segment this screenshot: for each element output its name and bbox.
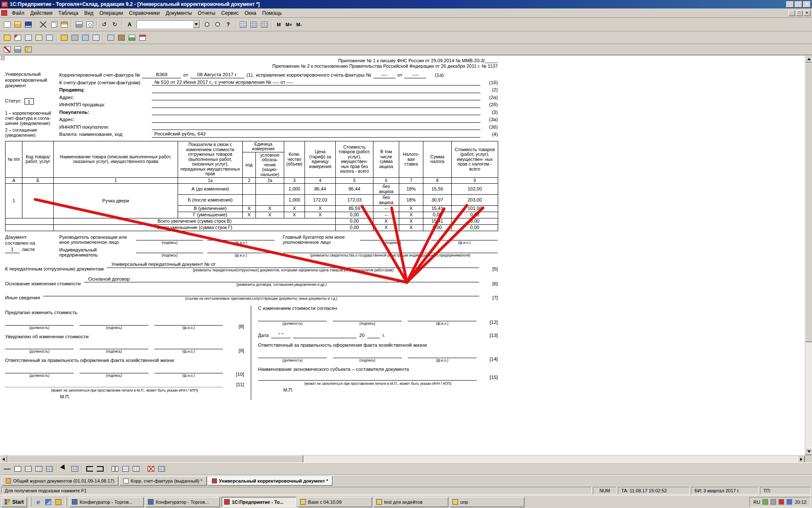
vertical-scroll-thumb[interactable] — [805, 63, 812, 342]
scroll-right-button[interactable] — [798, 456, 805, 462]
save-button[interactable] — [23, 19, 33, 29]
tray-monitor-icon[interactable] — [771, 499, 776, 505]
document-system-icon[interactable] — [1, 10, 7, 16]
status-tp[interactable]: ТП: — [760, 487, 811, 494]
open-button[interactable] — [12, 19, 23, 29]
menu-table[interactable]: Таблица — [55, 9, 81, 17]
pattern-tool-button[interactable] — [44, 464, 55, 474]
mdi-minimize-button[interactable]: _ — [788, 10, 795, 16]
tray-network-icon[interactable] — [787, 499, 792, 505]
task-folder-unp[interactable]: unp — [450, 497, 524, 507]
menu-operations[interactable]: Операции — [96, 9, 126, 17]
document-page[interactable]: Приложение № 1 к письму ФНС России от 29… — [5, 58, 504, 400]
task-configurator-2[interactable]: Конфигуратор - Торгов... — [145, 497, 220, 507]
line-tool-button[interactable] — [2, 464, 12, 474]
rows-tool-button[interactable] — [23, 464, 33, 474]
grid-view-button[interactable] — [69, 464, 80, 474]
new-document-button[interactable] — [2, 19, 12, 29]
price-button[interactable] — [44, 33, 55, 42]
print-button[interactable] — [74, 19, 84, 29]
memory-plus-button[interactable]: М+ — [284, 20, 294, 29]
chart-button[interactable] — [126, 33, 137, 42]
scroll-up-button[interactable] — [805, 55, 812, 63]
sections-toggle-button[interactable] — [259, 19, 269, 29]
quick-launch-handle[interactable] — [30, 497, 31, 507]
copy-button[interactable] — [48, 19, 59, 29]
glasses-button[interactable] — [105, 33, 116, 42]
paste-button[interactable] — [59, 19, 69, 29]
status-bi[interactable]: БИ: 3 квартал 2017 г. — [691, 487, 759, 494]
calendar-button[interactable] — [137, 33, 148, 42]
menu-documents[interactable]: Документы — [163, 9, 195, 17]
menu-help[interactable]: Помощь — [259, 9, 285, 17]
quick-launch-app[interactable] — [54, 498, 63, 506]
quick-launch-ie[interactable]: e — [34, 498, 42, 506]
section-combobox[interactable] — [137, 20, 200, 28]
horizontal-scroll-thumb[interactable] — [7, 456, 303, 462]
menu-actions[interactable]: Действия — [27, 9, 56, 17]
post-document-button[interactable] — [12, 33, 23, 42]
close-bracket-button[interactable] — [95, 464, 105, 474]
table-properties-button[interactable] — [156, 464, 167, 474]
section-columns-button[interactable] — [131, 464, 141, 474]
memory-minus-button[interactable]: М- — [294, 20, 304, 29]
restore-button[interactable]: □ — [795, 1, 802, 8]
columns-tool-button[interactable] — [33, 464, 44, 474]
minimize-button[interactable]: _ — [786, 1, 794, 8]
scroll-down-button[interactable] — [805, 448, 812, 455]
scales-button[interactable] — [59, 33, 69, 42]
invoice-button[interactable] — [23, 33, 33, 42]
accounts-button[interactable] — [33, 33, 44, 42]
menu-reports[interactable]: Отчеты — [195, 9, 218, 17]
section-rows-button[interactable] — [120, 464, 131, 474]
safe-button[interactable] — [69, 33, 80, 42]
print-form-button[interactable] — [12, 44, 23, 54]
headers-toggle-button[interactable] — [248, 19, 259, 29]
menu-service[interactable]: Сервис — [218, 9, 241, 17]
mdi-restore-button[interactable]: □ — [796, 10, 803, 16]
zoom-in-button[interactable] — [202, 19, 212, 29]
print-preview-button[interactable] — [84, 19, 95, 29]
rectangle-tool-button[interactable] — [12, 464, 23, 474]
task-configurator-1[interactable]: Конфигуратор - Торгов... — [69, 497, 144, 507]
horizontal-scrollbar[interactable] — [0, 455, 805, 462]
grid-toggle-button[interactable] — [238, 19, 248, 29]
pointer-mode-button[interactable] — [59, 464, 69, 474]
start-button[interactable]: Start — [1, 497, 27, 507]
status-ta[interactable]: ТА: 11.08.17 15:02:52 — [618, 487, 690, 494]
tools-button[interactable] — [116, 33, 126, 42]
menu-references[interactable]: Справочники — [126, 9, 163, 17]
memory-button[interactable]: М — [274, 20, 284, 29]
table-button[interactable] — [80, 33, 91, 42]
tray-alert-icon[interactable] — [779, 499, 784, 505]
help-button[interactable]: ? — [223, 19, 233, 29]
reference-button[interactable] — [91, 33, 101, 42]
journal-button[interactable] — [2, 33, 12, 42]
clock[interactable]: 20:12 — [795, 500, 807, 505]
combobox-dropdown-button[interactable] — [193, 21, 200, 28]
mdi-close-button[interactable]: × — [804, 10, 810, 16]
redo-button[interactable]: ↻ — [110, 19, 120, 29]
cut-button[interactable] — [38, 19, 48, 29]
scroll-left-button[interactable] — [0, 456, 7, 462]
language-indicator[interactable]: RU — [754, 500, 760, 505]
delete-section-button[interactable] — [145, 464, 156, 474]
zoom-out-button[interactable] — [212, 19, 223, 29]
open-bracket-button[interactable] — [84, 464, 95, 474]
close-button[interactable]: × — [803, 1, 811, 8]
menu-windows[interactable]: Окна — [241, 9, 259, 17]
task-folder-base[interactable]: Base с 04.10.09 — [298, 497, 372, 507]
menu-view[interactable]: Вид — [81, 9, 96, 17]
quick-launch-desktop[interactable] — [44, 498, 52, 506]
menu-file[interactable]: Файл — [9, 9, 27, 17]
find-button[interactable]: А — [124, 19, 135, 29]
tab-universal-correction-document[interactable]: Универсальный корректировочный документ … — [208, 476, 332, 486]
undo-button[interactable]: ↺ — [99, 19, 110, 29]
editor-corner-box[interactable] — [1, 56, 5, 60]
vertical-scrollbar[interactable] — [805, 55, 812, 455]
tray-status-icon[interactable] — [763, 499, 768, 505]
tasks-handle[interactable] — [65, 497, 67, 507]
task-folder-test[interactable]: test для андейтов — [374, 497, 448, 507]
close-form-button[interactable] — [2, 44, 12, 54]
merge-cells-button[interactable] — [110, 464, 120, 474]
